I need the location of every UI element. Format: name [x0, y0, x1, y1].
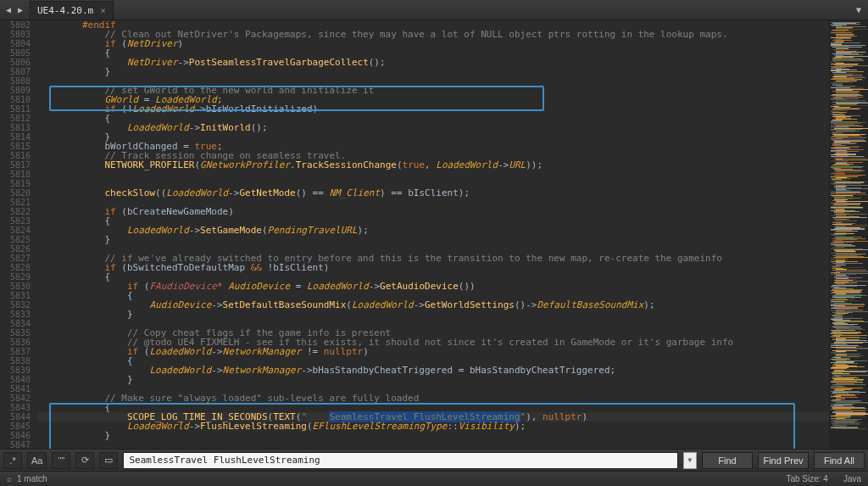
- line-number: 5825: [0, 235, 31, 244]
- minimap[interactable]: [829, 20, 868, 449]
- line-number: 5819: [0, 179, 31, 188]
- find-regex-toggle[interactable]: .*: [3, 452, 22, 469]
- line-number: 5823: [0, 216, 31, 226]
- nav-back-icon[interactable]: ◀: [3, 4, 14, 16]
- code-line[interactable]: LoadedWorld->InitWorld();: [37, 123, 829, 132]
- find-button[interactable]: Find: [702, 452, 753, 469]
- gutter: 5802580358045805580658075808580958105811…: [0, 20, 37, 449]
- line-number: 5846: [0, 431, 31, 440]
- status-search-icon[interactable]: ⌕: [7, 474, 12, 483]
- line-number: 5827: [0, 254, 31, 263]
- line-number: 5810: [0, 95, 31, 104]
- code-line[interactable]: LoadedWorld->FlushLevelStreaming(EFlushL…: [37, 422, 829, 431]
- find-wrap-toggle[interactable]: ⟳: [75, 452, 94, 469]
- line-number: 5814: [0, 132, 31, 142]
- code-line[interactable]: LoadedWorld->SetGameMode(PendingTravelUR…: [37, 226, 829, 235]
- line-number: 5841: [0, 384, 31, 394]
- line-number: 5833: [0, 310, 31, 319]
- titlebar: ◀ ▶ UE4-4.20.m × ▼: [0, 0, 868, 20]
- line-number: 5817: [0, 160, 31, 170]
- line-number: 5838: [0, 356, 31, 366]
- find-input[interactable]: [123, 452, 678, 469]
- line-number: 5843: [0, 403, 31, 412]
- line-number: 5820: [0, 188, 31, 198]
- find-all-button[interactable]: Find All: [814, 452, 865, 469]
- editor[interactable]: 5802580358045805580658075808580958105811…: [0, 20, 829, 449]
- line-number: 5803: [0, 30, 31, 39]
- line-number: 5831: [0, 291, 31, 300]
- code-line[interactable]: }: [37, 235, 829, 244]
- line-number: 5844: [0, 412, 31, 422]
- line-number: 5815: [0, 142, 31, 151]
- tab-file[interactable]: UE4-4.20.m ×: [29, 1, 114, 20]
- code-line[interactable]: }: [37, 67, 829, 76]
- code-line[interactable]: if (bCreateNewGameMode): [37, 207, 829, 216]
- line-number: 5834: [0, 319, 31, 328]
- find-in-selection-toggle[interactable]: ▭: [99, 452, 118, 469]
- status-language[interactable]: Java: [843, 474, 861, 483]
- line-number: 5836: [0, 338, 31, 347]
- line-number: 5842: [0, 394, 31, 403]
- line-number: 5805: [0, 48, 31, 58]
- code-line[interactable]: if (NetDriver): [37, 39, 829, 48]
- findbar: .* Aa “” ⟳ ▭ ▼ Find Find Prev Find All: [0, 449, 868, 471]
- line-number: 5808: [0, 76, 31, 86]
- code-line[interactable]: }: [37, 375, 829, 384]
- line-number: 5826: [0, 244, 31, 254]
- find-case-toggle[interactable]: Aa: [27, 452, 47, 469]
- line-number: 5830: [0, 282, 31, 291]
- titlebar-menu-icon[interactable]: ▼: [856, 5, 868, 14]
- line-number: 5822: [0, 207, 31, 216]
- code-line[interactable]: [37, 170, 829, 179]
- line-number: 5824: [0, 226, 31, 235]
- line-number: 5839: [0, 366, 31, 375]
- line-number: 5840: [0, 375, 31, 384]
- code-line[interactable]: if (LoadedWorld->NetworkManager != nullp…: [37, 347, 829, 356]
- line-number: 5802: [0, 20, 31, 30]
- code-line[interactable]: [37, 440, 829, 449]
- code-line[interactable]: checkSlow((LoadedWorld->GetNetMode() == …: [37, 188, 829, 198]
- code-line[interactable]: NetDriver->PostSeamlessTravelGarbageColl…: [37, 58, 829, 67]
- line-number: 5812: [0, 114, 31, 123]
- code-line[interactable]: }: [37, 310, 829, 319]
- code-line[interactable]: AudioDevice->SetDefaultBaseSoundMix(Load…: [37, 300, 829, 310]
- code-line[interactable]: // Make sure "always loaded" sub-levels …: [37, 394, 829, 403]
- find-word-toggle[interactable]: “”: [52, 452, 70, 469]
- line-number: 5845: [0, 422, 31, 431]
- code-line[interactable]: if (!LoadedWorld->bIsWorldInitialized): [37, 104, 829, 114]
- line-number: 5818: [0, 170, 31, 179]
- nav-forward-icon[interactable]: ▶: [15, 4, 25, 16]
- find-history-dropdown[interactable]: ▼: [683, 452, 697, 469]
- status-matches: 1 match: [17, 474, 47, 483]
- find-prev-button[interactable]: Find Prev: [758, 452, 809, 469]
- code-line[interactable]: }: [37, 431, 829, 440]
- status-tabsize[interactable]: Tab Size: 4: [786, 474, 827, 483]
- line-number: 5809: [0, 86, 31, 95]
- line-number: 5807: [0, 67, 31, 76]
- line-number: 5821: [0, 198, 31, 207]
- line-number: 5806: [0, 58, 31, 67]
- code-line[interactable]: if (bSwitchedToDefaultMap && !bIsClient): [37, 263, 829, 272]
- code-line[interactable]: if (FAudioDevice* AudioDevice = LoadedWo…: [37, 282, 829, 291]
- line-number: 5813: [0, 123, 31, 132]
- code-line[interactable]: LoadedWorld->NetworkManager->bHasStandby…: [37, 366, 829, 375]
- line-number: 5832: [0, 300, 31, 310]
- tab-close-icon[interactable]: ×: [100, 5, 106, 16]
- line-number: 5847: [0, 440, 31, 449]
- line-number: 5829: [0, 272, 31, 282]
- line-number: 5816: [0, 151, 31, 160]
- line-number: 5828: [0, 263, 31, 272]
- line-number: 5804: [0, 39, 31, 48]
- code-area[interactable]: #endif // Clean out NetDriver's Packagem…: [37, 20, 829, 449]
- code-line[interactable]: NETWORK_PROFILER(GNetworkProfiler.TrackS…: [37, 160, 829, 170]
- line-number: 5811: [0, 104, 31, 114]
- nav-arrows: ◀ ▶: [0, 4, 29, 16]
- statusbar: ⌕ 1 match Tab Size: 4 Java: [0, 471, 868, 486]
- line-number: 5837: [0, 347, 31, 356]
- tab-title: UE4-4.20.m: [37, 5, 93, 16]
- line-number: 5835: [0, 328, 31, 338]
